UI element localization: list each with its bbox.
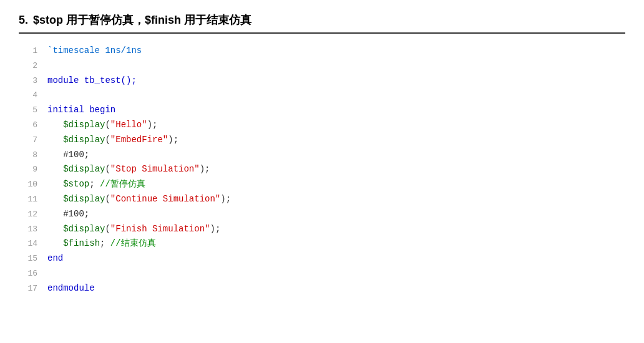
code-line: 7 $display("EmbedFire");	[19, 133, 625, 148]
code-line: 14 $finish; //结束仿真	[19, 236, 625, 251]
code-token: "EmbedFire"	[110, 135, 168, 145]
code-token: );	[168, 135, 178, 145]
line-number: 8	[19, 148, 37, 162]
section-title: $stop 用于暂停仿真，$finish 用于结束仿真	[33, 12, 251, 27]
code-token: "Hello"	[110, 120, 147, 130]
line-number: 15	[19, 252, 37, 266]
code-block: 1`timescale 1ns/1ns2 3module tb_test();4…	[19, 44, 625, 296]
code-token: $finish	[63, 238, 100, 248]
page-container: 5. $stop 用于暂停仿真，$finish 用于结束仿真 1`timesca…	[0, 0, 644, 343]
code-token: (	[105, 120, 110, 130]
code-token: "Stop Simulation"	[110, 164, 200, 174]
code-content	[47, 266, 52, 281]
code-token: end	[47, 253, 63, 263]
line-number: 6	[19, 118, 37, 132]
code-token: $display	[63, 120, 105, 130]
code-line: 5initial begin	[19, 103, 625, 118]
code-token: $display	[63, 224, 105, 234]
code-content	[47, 88, 52, 103]
code-line: 8 #100;	[19, 148, 625, 163]
code-line: 11 $display("Continue Simulation");	[19, 192, 625, 207]
section-header: 5. $stop 用于暂停仿真，$finish 用于结束仿真	[19, 12, 625, 34]
code-token	[47, 238, 63, 248]
code-line: 12 #100;	[19, 207, 625, 222]
line-number: 11	[19, 193, 37, 206]
code-content	[47, 59, 52, 74]
code-token	[47, 120, 63, 130]
code-token: ;	[100, 238, 110, 248]
line-number: 9	[19, 163, 37, 176]
code-token: initial begin	[47, 105, 115, 115]
code-token: #100;	[47, 209, 89, 219]
code-token: module tb_test();	[47, 75, 137, 85]
line-number: 1	[19, 44, 37, 58]
line-number: 2	[19, 59, 37, 73]
line-number: 4	[19, 89, 37, 102]
code-line: 2	[19, 59, 625, 74]
code-line: 4	[19, 88, 625, 103]
code-token: );	[220, 194, 231, 204]
line-number: 16	[19, 267, 37, 281]
code-token: #100;	[47, 150, 89, 160]
code-token	[47, 194, 63, 204]
code-content: $stop; //暂停仿真	[47, 177, 145, 192]
code-token: $display	[63, 194, 105, 204]
line-number: 17	[19, 282, 37, 296]
code-content: end	[47, 251, 63, 266]
code-content: $display("EmbedFire");	[47, 133, 178, 148]
code-token: (	[105, 224, 110, 234]
code-token: (	[105, 164, 110, 174]
code-content: #100;	[47, 207, 89, 222]
code-line: 3module tb_test();	[19, 74, 625, 89]
line-number: 12	[19, 208, 37, 221]
line-number: 5	[19, 104, 37, 117]
code-line: 17endmodule	[19, 281, 625, 296]
line-number: 3	[19, 74, 37, 88]
code-token	[47, 164, 63, 174]
code-token: (	[105, 135, 110, 145]
code-content: #100;	[47, 148, 89, 163]
code-line: 13 $display("Finish Simulation");	[19, 222, 625, 237]
code-token: $stop	[63, 179, 89, 189]
code-line: 15end	[19, 251, 625, 266]
code-token	[47, 135, 63, 145]
code-content: module tb_test();	[47, 74, 137, 89]
line-number: 13	[19, 223, 37, 236]
code-token: );	[210, 224, 220, 234]
code-token: `timescale 1ns/1ns	[47, 46, 142, 56]
code-token: endmodule	[47, 283, 95, 293]
code-content: $display("Finish Simulation");	[47, 222, 220, 237]
code-line: 16	[19, 266, 625, 281]
code-content: initial begin	[47, 103, 115, 118]
code-content: $display("Continue Simulation");	[47, 192, 231, 207]
code-token: "Finish Simulation"	[110, 224, 210, 234]
code-token: //暂停仿真	[100, 179, 145, 189]
code-line: 1`timescale 1ns/1ns	[19, 44, 625, 59]
code-token	[47, 224, 63, 234]
code-token: $display	[63, 164, 105, 174]
code-token: $display	[63, 135, 105, 145]
code-line: 9 $display("Stop Simulation");	[19, 162, 625, 177]
line-number: 7	[19, 133, 37, 147]
code-token: (	[105, 194, 110, 204]
code-content: `timescale 1ns/1ns	[47, 44, 142, 59]
line-number: 10	[19, 178, 37, 191]
code-token: //结束仿真	[110, 238, 156, 248]
code-line: 10 $stop; //暂停仿真	[19, 177, 625, 192]
code-content: endmodule	[47, 281, 95, 296]
code-token: ;	[89, 179, 100, 189]
code-content: $display("Stop Simulation");	[47, 162, 210, 177]
code-content: $finish; //结束仿真	[47, 236, 156, 251]
code-content: $display("Hello");	[47, 118, 157, 133]
section-number: 5.	[19, 14, 28, 27]
code-token: );	[200, 164, 210, 174]
line-number: 14	[19, 237, 37, 251]
code-token: "Continue Simulation"	[110, 194, 220, 204]
code-line: 6 $display("Hello");	[19, 118, 625, 133]
code-token: );	[147, 120, 158, 130]
code-token	[47, 179, 63, 189]
